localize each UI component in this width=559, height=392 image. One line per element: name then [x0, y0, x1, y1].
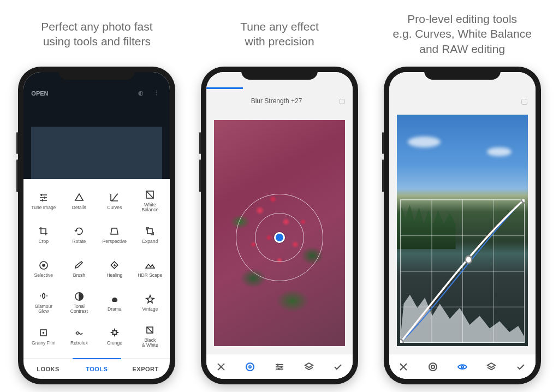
column-1: Perfect any photo fast using tools and f… [5, 11, 188, 384]
svg-point-3 [43, 264, 45, 266]
tool-grunge[interactable]: Grunge [97, 320, 132, 353]
check-icon [515, 361, 526, 372]
tool-glamour-glow[interactable]: Glamour Glow [26, 286, 61, 319]
stack-icon [486, 361, 497, 372]
curves-view: ▢ [389, 72, 536, 379]
blur-center-handle[interactable] [274, 232, 285, 243]
tool-perspective[interactable]: Perspective [97, 218, 132, 251]
curves-overlay[interactable] [400, 199, 525, 343]
screen-3: ▢ [389, 72, 536, 379]
open-button[interactable]: OPEN [31, 90, 48, 97]
tool-label: Crop [39, 239, 49, 244]
tool-healing[interactable]: Healing [97, 252, 132, 285]
tab-export[interactable]: EXPORT [121, 359, 170, 379]
more-icon[interactable]: ⋮ [153, 90, 162, 97]
details-icon [74, 192, 84, 203]
tool-crop[interactable]: Crop [26, 218, 61, 251]
channel-luminance-button[interactable] [425, 359, 441, 375]
tool-hdr-scape[interactable]: HDR Scape [132, 252, 168, 285]
screenshot-row: Perfect any photo fast using tools and f… [0, 0, 559, 392]
blur-shape-button[interactable] [242, 359, 258, 375]
tool-details[interactable]: Details [61, 185, 97, 217]
close-icon [398, 361, 409, 372]
tool-selective[interactable]: Selective [26, 252, 61, 285]
phone-frame-3: ▢ [384, 67, 541, 384]
styles-button[interactable] [301, 359, 317, 375]
edit-toolbar [389, 354, 536, 379]
svg-rect-1 [147, 229, 152, 234]
tool-label: Glamour Glow [35, 304, 53, 314]
hdr-icon [145, 260, 155, 270]
tool-expand[interactable]: Expand [132, 218, 168, 251]
sliders-icon [38, 192, 49, 203]
edit-toolbar [206, 354, 353, 379]
tools-sheet: Tune Image Details Curves White Bal [23, 179, 170, 379]
vintage-icon [145, 294, 155, 304]
tool-label: Healing [106, 273, 122, 278]
tool-drama[interactable]: Drama [97, 286, 132, 319]
tool-label: Grainy Film [32, 341, 55, 346]
column-2: Tune any effect with precision Blur Stre… [188, 11, 371, 384]
svg-point-9 [246, 363, 254, 371]
tool-vintage[interactable]: Vintage [132, 286, 168, 319]
svg-point-15 [431, 365, 435, 369]
tool-retrolux[interactable]: Retrolux [61, 320, 97, 353]
photo-canvas[interactable] [397, 115, 528, 346]
tab-tools[interactable]: TOOLS [73, 358, 121, 379]
tool-label: Curves [107, 205, 122, 210]
cancel-button[interactable] [213, 359, 229, 375]
tool-white-balance[interactable]: White Balance [132, 185, 168, 217]
notch [424, 67, 501, 80]
phone-frame-1: OPEN ◐ ⋮ Tune Image Details [18, 67, 175, 384]
brush-icon [74, 260, 84, 270]
circle-target-icon [245, 361, 255, 372]
tool-label: Details [72, 205, 86, 210]
compare-icon[interactable]: ▢ [521, 97, 528, 105]
tool-tune-image[interactable]: Tune Image [26, 185, 61, 217]
cancel-button[interactable] [396, 359, 411, 375]
channel-rgb-button[interactable] [455, 359, 470, 375]
tool-tonal-contrast[interactable]: Tonal Contrast [61, 286, 97, 319]
styles-button[interactable] [484, 359, 499, 375]
effect-status: Blur Strength +27 [251, 97, 302, 105]
photo-canvas[interactable] [214, 120, 345, 346]
perspective-icon [109, 226, 120, 236]
tool-label: Drama [108, 307, 122, 312]
svg-point-7 [43, 332, 44, 333]
apply-button[interactable] [330, 359, 346, 375]
progress-bar [206, 87, 243, 89]
tool-label: Grunge [107, 341, 122, 346]
tool-grainy-film[interactable]: Grainy Film [26, 320, 61, 353]
curves-lines [400, 199, 525, 343]
screen-2: Blur Strength +27 ▢ [206, 72, 353, 379]
stack-icon [304, 361, 314, 372]
tool-curves[interactable]: Curves [97, 185, 132, 217]
glow-icon [38, 291, 49, 301]
tool-black-white[interactable]: Black & White [132, 320, 168, 353]
bottom-tabs: LOOKS TOOLS EXPORT [23, 358, 170, 379]
app-topbar: OPEN ◐ ⋮ [23, 86, 170, 100]
tool-label: Tune Image [31, 205, 56, 210]
tab-looks[interactable]: LOOKS [23, 359, 72, 379]
svg-point-14 [429, 363, 437, 371]
curves-header: ▢ [389, 94, 536, 108]
apply-button[interactable] [513, 359, 528, 375]
expand-icon [145, 226, 155, 236]
adjust-button[interactable] [272, 359, 287, 375]
close-icon [216, 361, 227, 372]
check-icon [332, 361, 343, 372]
compare-icon[interactable]: ▢ [339, 97, 345, 105]
tool-label: Rotate [72, 239, 86, 244]
tool-label: Perspective [103, 239, 127, 244]
curves-icon [109, 192, 120, 203]
contrast-icon [74, 291, 84, 301]
tool-label: Retrolux [70, 341, 88, 346]
tool-rotate[interactable]: Rotate [61, 218, 97, 251]
caption-3: Pro-level editing tools e.g. Curves, Whi… [389, 11, 534, 57]
tool-brush[interactable]: Brush [61, 252, 97, 285]
column-3: Pro-level editing tools e.g. Curves, Whi… [371, 11, 554, 384]
photo-content [408, 136, 441, 147]
drama-icon [109, 294, 120, 304]
info-icon[interactable]: ◐ [138, 90, 147, 97]
grunge-icon [109, 328, 120, 338]
